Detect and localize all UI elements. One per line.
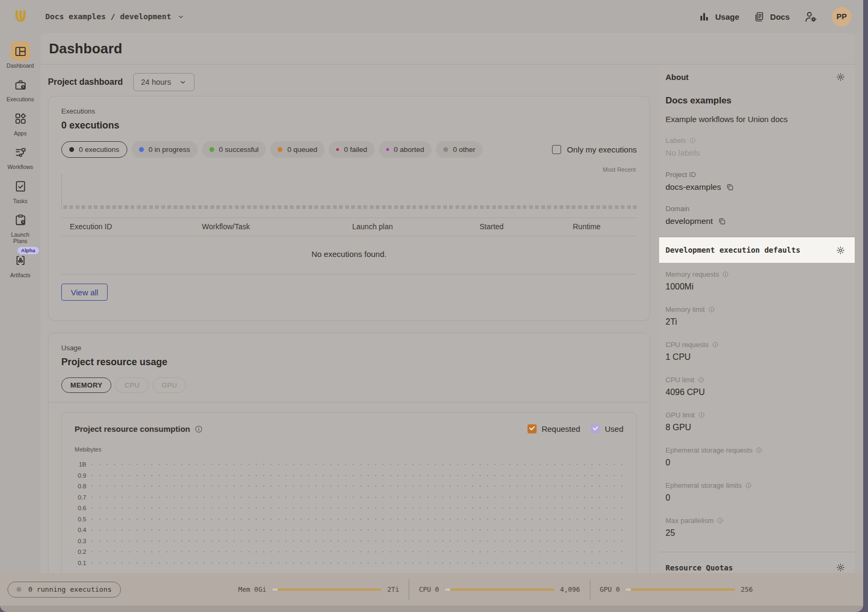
- column-header-workflow-task: Workflow/Task: [202, 222, 352, 231]
- breadcrumb[interactable]: Docs examples / development: [45, 12, 185, 21]
- avatar[interactable]: PP: [832, 7, 851, 27]
- project-id-value: docs-examples: [666, 182, 721, 192]
- consumption-title-text: Project resource consumption: [75, 424, 190, 433]
- y-tick-label: 0.1: [75, 560, 92, 566]
- info-icon: [717, 517, 724, 524]
- only-my-label: Only my executions: [567, 145, 637, 154]
- info-icon: [756, 447, 762, 454]
- legend-requested[interactable]: Requested: [528, 424, 580, 433]
- sidebar-item-apps[interactable]: Apps: [0, 109, 40, 136]
- breadcrumb-project[interactable]: Docs examples: [45, 12, 106, 21]
- meter-gpu: GPU 0256: [600, 585, 753, 593]
- chevron-down-icon[interactable]: [177, 13, 185, 21]
- meter-max: 4,096: [560, 585, 580, 593]
- sidebar-item-launch-plans[interactable]: Launch Plans: [0, 211, 40, 245]
- field-label-text: Ephemeral storage limits: [666, 481, 742, 489]
- meter-max: 256: [741, 585, 753, 593]
- sidebar-item-workflows[interactable]: Workflows: [0, 143, 40, 170]
- filter-chip-0-executions[interactable]: 0 executions: [61, 141, 127, 158]
- project-description: Example workflows for Union docs: [666, 115, 845, 124]
- time-range-select[interactable]: 24 hours: [133, 73, 194, 91]
- gridline: [92, 508, 623, 509]
- sidebar-item-label: Apps: [5, 130, 35, 136]
- executions-eyebrow: Executions: [61, 107, 637, 115]
- y-tick-label: 0.5: [75, 516, 92, 522]
- only-my-executions-toggle[interactable]: Only my executions: [552, 145, 637, 154]
- execution-defaults-header-row: Development execution defaults: [659, 237, 855, 263]
- meter-bar: [445, 589, 554, 591]
- timeline-plot-area: [61, 175, 637, 209]
- legend-checkbox[interactable]: [528, 424, 537, 433]
- sidebar-item-executions[interactable]: Executions: [0, 75, 40, 102]
- filter-chip-0-aborted[interactable]: 0 aborted: [379, 141, 432, 158]
- y-tick-label: 0.2: [75, 549, 92, 555]
- field-label: Memory requests: [666, 270, 845, 278]
- field-memory-limit: Memory limit2Ti: [666, 305, 845, 327]
- user-admin-button[interactable]: [804, 10, 817, 23]
- status-dot: [139, 147, 144, 152]
- field-value: 2Ti: [666, 317, 845, 327]
- y-tick-row: 0.3: [75, 536, 623, 547]
- executions-icon: [11, 75, 30, 94]
- field-cpu-limit: CPU limit4096 CPU: [666, 376, 845, 397]
- field-value: 8 GPU: [666, 423, 845, 432]
- y-axis-ticks: 1B0.90.80.70.60.50.40.30.20.1: [75, 459, 623, 568]
- tab-cpu[interactable]: CPU: [115, 377, 149, 393]
- sidebar-item-dashboard[interactable]: Dashboard: [0, 42, 40, 69]
- status-dot: [17, 587, 21, 592]
- project-id-value-row: docs-examples: [666, 182, 845, 192]
- about-header: About: [666, 73, 688, 82]
- quotas-settings-gear-icon[interactable]: [836, 563, 845, 572]
- executions-table-header: Execution IDWorkflow/TaskLaunch planStar…: [61, 218, 637, 236]
- executions-table: Execution IDWorkflow/TaskLaunch planStar…: [61, 218, 637, 275]
- running-executions-label: 0 running executions: [28, 585, 112, 593]
- filter-chip-label: 0 failed: [344, 146, 367, 154]
- field-label: Ephemeral storage requests: [666, 446, 845, 454]
- legend-checkbox[interactable]: [591, 424, 600, 433]
- status-dot: [69, 147, 74, 152]
- field-value: 1000Mi: [666, 282, 845, 292]
- empty-table-message: No executions found.: [61, 236, 637, 275]
- sidebar-item-tasks[interactable]: Tasks: [0, 177, 40, 204]
- executions-count-title: 0 executions: [61, 120, 637, 131]
- field-label-text: Ephemeral storage requests: [666, 446, 752, 454]
- field-memory-requests: Memory requests1000Mi: [666, 270, 845, 292]
- legend-label: Requested: [541, 424, 580, 433]
- about-settings-gear-icon[interactable]: [836, 73, 845, 82]
- field-value: 0: [666, 458, 845, 468]
- tab-gpu[interactable]: GPU: [152, 377, 186, 393]
- time-range-value: 24 hours: [141, 78, 171, 86]
- filter-chip-0-other[interactable]: 0 other: [436, 141, 483, 158]
- filter-chip-0-in-progress[interactable]: 0 in progress: [132, 141, 198, 158]
- about-header-row: About: [666, 73, 845, 82]
- app-window: Docs examples / development UsageDocs PP…: [0, 0, 863, 612]
- field-label: Ephemeral storage limits: [666, 481, 845, 489]
- dashboard-icon: [11, 42, 30, 61]
- y-tick-row: 0.5: [75, 514, 623, 525]
- filter-chip-0-failed[interactable]: 0 failed: [329, 141, 375, 158]
- sidebar-item-artifacts[interactable]: AlphaArtifacts: [0, 251, 40, 278]
- topnav-usage[interactable]: Usage: [699, 11, 739, 22]
- view-all-button[interactable]: View all: [61, 284, 108, 301]
- screenshot-stage: Docs examples / development UsageDocs PP…: [0, 0, 868, 612]
- tab-memory[interactable]: MEMORY: [61, 377, 111, 393]
- only-my-checkbox[interactable]: [552, 145, 561, 154]
- legend-used[interactable]: Used: [591, 424, 623, 433]
- filter-chip-0-successful[interactable]: 0 successful: [202, 141, 266, 158]
- apps-icon: [11, 109, 30, 128]
- defaults-settings-gear-icon[interactable]: [836, 246, 845, 255]
- y-tick-label: 0.9: [75, 472, 92, 479]
- topnav-docs[interactable]: Docs: [753, 11, 790, 22]
- meter-label: CPU 0: [419, 585, 439, 593]
- status-dot: [443, 147, 448, 152]
- filter-chip-0-queued[interactable]: 0 queued: [270, 141, 325, 158]
- copy-icon[interactable]: [726, 183, 734, 191]
- running-executions-chip[interactable]: 0 running executions: [7, 582, 121, 598]
- sidebar-item-label: Artifacts: [5, 272, 35, 278]
- breadcrumb-domain[interactable]: development: [120, 12, 171, 21]
- union-logo-icon[interactable]: [12, 8, 29, 26]
- copy-icon[interactable]: [718, 217, 726, 226]
- y-tick-label: 1B: [75, 461, 92, 468]
- gridline: [92, 519, 623, 520]
- y-tick-row: 0.2: [75, 546, 623, 558]
